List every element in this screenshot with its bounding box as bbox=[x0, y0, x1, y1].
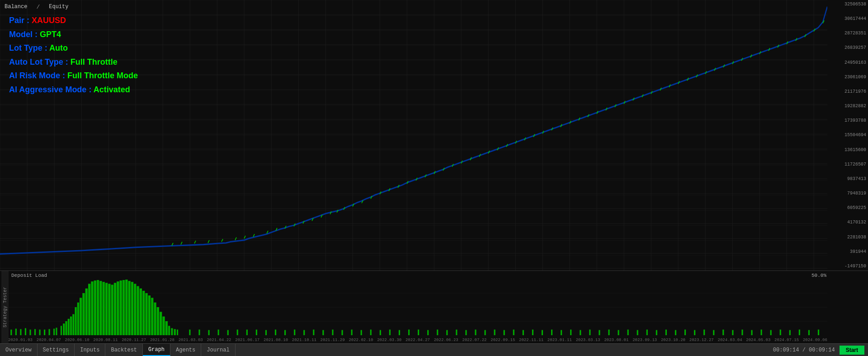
x-label: 2022.09.15 bbox=[491, 338, 515, 342]
y-label-19: -1497150 bbox=[829, 264, 866, 269]
y-label-13: 9837413 bbox=[829, 176, 866, 181]
svg-rect-139 bbox=[68, 319, 70, 335]
y-label-4: 26839257 bbox=[829, 45, 866, 50]
tab-graph[interactable]: Graph bbox=[143, 344, 170, 356]
time-display: 00:09:14 / 00:09:14 bbox=[773, 347, 835, 353]
svg-rect-126 bbox=[15, 329, 17, 335]
svg-rect-215 bbox=[532, 330, 533, 335]
model-value: GPT4 bbox=[40, 30, 61, 39]
svg-rect-214 bbox=[523, 330, 524, 335]
svg-rect-234 bbox=[713, 330, 714, 335]
percent-label: 50.0% bbox=[811, 273, 826, 278]
svg-rect-200 bbox=[389, 330, 391, 335]
svg-rect-199 bbox=[380, 330, 381, 335]
svg-rect-235 bbox=[722, 330, 724, 335]
svg-rect-148 bbox=[91, 281, 93, 335]
legend-strip: Balance / Equity bbox=[5, 4, 68, 10]
svg-rect-173 bbox=[162, 317, 165, 335]
svg-rect-177 bbox=[174, 329, 176, 335]
tab-journal[interactable]: Journal bbox=[201, 344, 235, 356]
svg-rect-226 bbox=[637, 330, 638, 335]
svg-rect-172 bbox=[160, 312, 162, 335]
svg-rect-244 bbox=[808, 330, 810, 335]
info-panel: Pair : XAUUSD Model : GPT4 Lot Type : Au… bbox=[9, 14, 138, 97]
svg-rect-187 bbox=[265, 330, 267, 335]
svg-rect-144 bbox=[80, 298, 82, 335]
x-label: 2020.06.10 bbox=[65, 338, 90, 342]
tab-inputs[interactable]: Inputs bbox=[75, 344, 105, 356]
balance-legend: Balance bbox=[5, 4, 27, 10]
svg-rect-167 bbox=[145, 293, 147, 335]
svg-rect-229 bbox=[665, 330, 667, 335]
svg-rect-203 bbox=[418, 330, 419, 335]
svg-rect-204 bbox=[427, 330, 429, 335]
svg-rect-141 bbox=[72, 314, 74, 336]
x-label: 2024.03.04 bbox=[718, 338, 742, 342]
lower-chart-svg bbox=[8, 279, 827, 335]
svg-rect-207 bbox=[456, 330, 457, 335]
svg-rect-178 bbox=[177, 330, 178, 335]
svg-rect-179 bbox=[189, 330, 190, 335]
x-label: 2022.06.23 bbox=[434, 338, 458, 342]
svg-rect-129 bbox=[29, 330, 31, 335]
svg-rect-130 bbox=[34, 329, 36, 335]
y-label-1: 32506538 bbox=[829, 2, 866, 7]
lot-type-label: Lot Type : bbox=[9, 43, 47, 52]
tab-backtest[interactable]: Backtest bbox=[105, 344, 143, 356]
svg-rect-198 bbox=[370, 330, 372, 335]
svg-rect-150 bbox=[97, 280, 99, 335]
svg-rect-171 bbox=[157, 307, 159, 335]
svg-rect-180 bbox=[198, 330, 200, 335]
y-label-8: 19282882 bbox=[829, 104, 866, 109]
tab-overview[interactable]: Overview bbox=[0, 344, 38, 356]
pair-label: Pair : bbox=[9, 16, 29, 25]
pair-line: Pair : XAUUSD bbox=[9, 14, 138, 28]
svg-rect-186 bbox=[256, 330, 257, 335]
svg-rect-196 bbox=[351, 330, 353, 335]
lot-type-line: Lot Type : Auto bbox=[9, 41, 138, 55]
svg-rect-131 bbox=[39, 330, 40, 335]
svg-rect-217 bbox=[551, 330, 552, 335]
auto-lot-line: Auto Lot Type : Full Throttle bbox=[9, 55, 138, 69]
svg-rect-133 bbox=[49, 329, 50, 335]
svg-rect-145 bbox=[82, 293, 85, 335]
x-label: 2021.11.29 bbox=[321, 338, 345, 342]
svg-rect-168 bbox=[148, 295, 151, 335]
y-label-12: 11726507 bbox=[829, 162, 866, 167]
tab-settings[interactable]: Settings bbox=[38, 344, 75, 356]
y-label-10: 15504694 bbox=[829, 133, 866, 138]
svg-rect-132 bbox=[44, 330, 45, 335]
x-label: 2021.01.28 bbox=[150, 338, 175, 342]
svg-rect-191 bbox=[303, 330, 305, 335]
svg-rect-236 bbox=[732, 330, 733, 335]
x-label: 2024.07.15 bbox=[774, 338, 799, 342]
svg-rect-151 bbox=[99, 281, 102, 335]
x-label: 2024.09.06 bbox=[803, 338, 827, 342]
svg-rect-163 bbox=[134, 284, 136, 335]
svg-rect-140 bbox=[70, 317, 72, 335]
y-label-3: 28728351 bbox=[829, 31, 866, 36]
x-label: 2023.08.01 bbox=[604, 338, 628, 342]
svg-rect-239 bbox=[761, 330, 762, 335]
y-label-9: 17393788 bbox=[829, 118, 866, 123]
svg-rect-152 bbox=[103, 282, 105, 335]
svg-rect-162 bbox=[131, 282, 133, 335]
svg-rect-153 bbox=[105, 283, 108, 335]
svg-rect-136 bbox=[61, 326, 62, 335]
x-label: 2020.01.03 bbox=[8, 338, 33, 342]
svg-rect-227 bbox=[646, 330, 648, 335]
svg-rect-209 bbox=[475, 330, 476, 335]
svg-rect-158 bbox=[120, 280, 122, 335]
svg-rect-223 bbox=[608, 330, 609, 335]
start-button[interactable]: Start bbox=[840, 346, 864, 355]
x-label: 2022.11.11 bbox=[519, 338, 543, 342]
model-label: Model : bbox=[9, 30, 38, 39]
tab-agents[interactable]: Agents bbox=[170, 344, 201, 356]
strategy-tester-side: Strategy Tester bbox=[1, 271, 9, 343]
svg-rect-224 bbox=[618, 330, 619, 335]
svg-rect-237 bbox=[741, 330, 743, 335]
svg-rect-155 bbox=[111, 285, 113, 335]
lower-chart-wrapper: Strategy Tester Deposit Load 50.0% bbox=[0, 271, 868, 343]
svg-rect-147 bbox=[88, 284, 90, 335]
svg-rect-225 bbox=[627, 330, 629, 335]
